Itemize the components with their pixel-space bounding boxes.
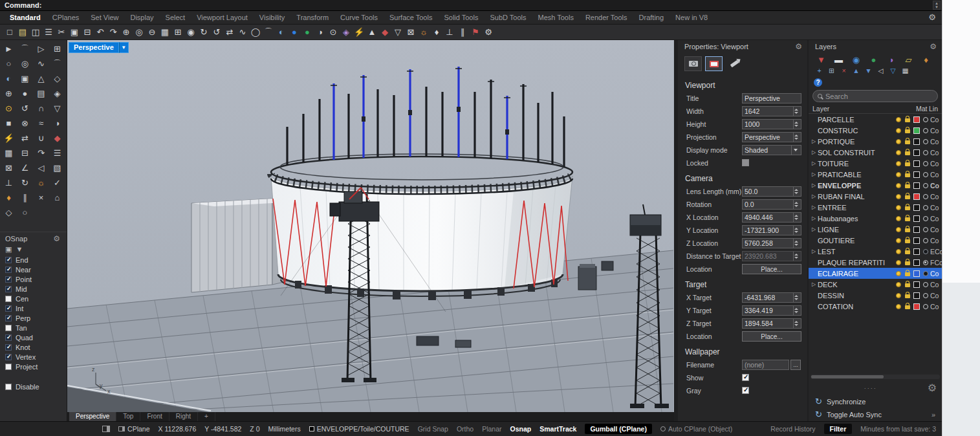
flag-icon[interactable]: ⚑: [469, 25, 482, 39]
palette-tool-icon[interactable]: ↷: [33, 146, 49, 161]
lock-icon[interactable]: [905, 129, 910, 133]
status-item[interactable]: Millimeters: [268, 425, 301, 433]
expand-arrow-icon[interactable]: ▷: [812, 204, 816, 210]
layer-linetype[interactable]: Co: [930, 226, 942, 234]
layer-linetype[interactable]: FCo: [930, 259, 942, 267]
checkbox-icon[interactable]: [5, 364, 12, 370]
help-icon[interactable]: ?: [814, 78, 822, 87]
layer-panel-icon[interactable]: ▬: [831, 55, 846, 65]
palette-tool-icon[interactable]: ◑: [49, 116, 65, 131]
scrollbar-thumb[interactable]: [811, 375, 884, 378]
osnap-option[interactable]: Int: [0, 303, 67, 313]
layer-linetype[interactable]: Co: [930, 270, 942, 278]
layer-half-icon[interactable]: ◑: [884, 55, 898, 65]
dropdown[interactable]: Shaded: [742, 145, 801, 155]
lock-icon[interactable]: [905, 195, 910, 199]
menu-tab[interactable]: Render Tools: [580, 11, 633, 24]
palette-tool-icon[interactable]: ⊠: [1, 161, 17, 176]
osnap-option[interactable]: Quad: [0, 332, 67, 342]
palette-tool-icon[interactable]: ◁: [33, 161, 49, 176]
layer-row[interactable]: ▷ Haubanages Co: [809, 213, 942, 224]
status-item[interactable]: X 11228.676: [158, 425, 197, 433]
layer-color-swatch[interactable]: [913, 127, 920, 134]
layer-row[interactable]: ▷ LIGNE Co: [809, 224, 942, 235]
layer-color-swatch[interactable]: [913, 215, 920, 222]
palette-tool-icon[interactable]: ≈: [33, 116, 49, 131]
palette-tool-icon[interactable]: ⌒: [49, 57, 65, 72]
lock-icon[interactable]: [905, 140, 910, 144]
expand-arrow-icon[interactable]: ▷: [812, 138, 816, 144]
layer-color-swatch[interactable]: [913, 171, 920, 178]
status-item[interactable]: Minutes from last save: 3: [860, 425, 936, 433]
material-icon[interactable]: [923, 304, 928, 309]
layer-color-swatch[interactable]: [913, 182, 920, 189]
lock-icon[interactable]: [905, 162, 910, 166]
rotate-right-icon[interactable]: ↻: [197, 25, 210, 39]
palette-tool-icon[interactable]: ○: [1, 57, 17, 72]
object-properties-button[interactable]: [684, 56, 702, 71]
expand-arrow-icon[interactable]: ▷: [812, 226, 816, 232]
palette-tool-icon[interactable]: ☰: [49, 146, 65, 161]
palette-tool-icon[interactable]: ⌒: [17, 42, 33, 57]
menu-tab[interactable]: Set View: [85, 11, 124, 24]
layer-color-swatch[interactable]: [913, 116, 920, 123]
shade-icon[interactable]: ◐: [275, 25, 288, 39]
viewport-title-chip[interactable]: Perspective ▼: [69, 42, 129, 53]
checkbox-icon[interactable]: [5, 315, 12, 322]
layer-linetype[interactable]: Co: [930, 237, 942, 245]
material-icon[interactable]: [923, 117, 928, 122]
redo-icon[interactable]: ↷: [107, 25, 120, 39]
scroll-down-icon[interactable]: ▼: [935, 5, 939, 9]
osnap-option[interactable]: End: [0, 255, 67, 265]
material-icon[interactable]: [923, 238, 928, 243]
palette-tool-icon[interactable]: ∥: [17, 191, 33, 206]
palette-tool-icon[interactable]: ●: [17, 87, 33, 102]
expand-arrow-icon[interactable]: ▷: [812, 281, 816, 287]
menu-tab[interactable]: Viewport Layout: [191, 11, 254, 24]
layer-row[interactable]: ▷ SOL CONSTRUIT Co: [809, 147, 942, 158]
palette-tool-icon[interactable]: △: [33, 72, 49, 87]
viewport-tab[interactable]: +: [198, 412, 215, 421]
checkbox-icon[interactable]: [5, 344, 12, 351]
layer-color-swatch[interactable]: [913, 193, 920, 200]
spinner-input[interactable]: 3364.419: [742, 305, 801, 316]
layer-linetype[interactable]: Co: [930, 149, 942, 157]
layer-row[interactable]: ▷ CONSTRUC Co: [809, 125, 942, 136]
text-input[interactable]: Perspective: [742, 93, 801, 104]
menu-tab[interactable]: Select: [160, 11, 191, 24]
checkbox[interactable]: [742, 385, 749, 397]
layer-linetype[interactable]: Co: [930, 193, 942, 201]
layer-color-swatch[interactable]: [913, 149, 920, 156]
status-item[interactable]: Osnap: [510, 425, 532, 433]
layer-linetype[interactable]: Co: [930, 171, 942, 179]
layer-row[interactable]: ▷ LEST ECo: [809, 246, 942, 257]
material-icon[interactable]: [923, 260, 928, 265]
viewport-tab[interactable]: Top: [116, 412, 140, 421]
layer-color-swatch[interactable]: [913, 281, 920, 288]
material-icon[interactable]: [923, 205, 928, 210]
gem-icon[interactable]: ◈: [340, 25, 353, 39]
undo-icon[interactable]: ↶: [94, 25, 107, 39]
menu-tab[interactable]: New in V8: [670, 11, 713, 24]
new-sublayer-icon[interactable]: ⊞: [826, 67, 837, 74]
print-icon[interactable]: ☰: [42, 25, 55, 39]
lock-icon[interactable]: [905, 151, 910, 155]
layer-linetype[interactable]: Co: [930, 116, 942, 124]
palette-tool-icon[interactable]: ▤: [33, 87, 49, 102]
status-item[interactable]: Planar: [482, 425, 501, 433]
palette-tool-icon[interactable]: ▷: [33, 42, 49, 57]
layer-color-swatch[interactable]: [913, 204, 920, 211]
palette-tool-icon[interactable]: ⊕: [1, 87, 17, 102]
palette-tool-icon[interactable]: ✓: [49, 176, 65, 191]
palette-tool-icon[interactable]: ◇: [49, 72, 65, 87]
menu-tab[interactable]: Curve Tools: [334, 11, 384, 24]
osnap-disable-option[interactable]: Disable: [0, 382, 67, 391]
gear-icon[interactable]: ⚙: [930, 42, 937, 51]
layer-color-swatch[interactable]: [913, 292, 920, 299]
menu-tab[interactable]: Drafting: [633, 11, 670, 24]
expand-arrow-icon[interactable]: ▷: [812, 215, 816, 221]
open-file-icon[interactable]: ▤: [16, 25, 29, 39]
expand-arrow-icon[interactable]: ▷: [812, 248, 816, 254]
layer-filter-icon[interactable]: ▼: [814, 55, 829, 65]
palette-tool-icon[interactable]: ×: [33, 191, 49, 206]
